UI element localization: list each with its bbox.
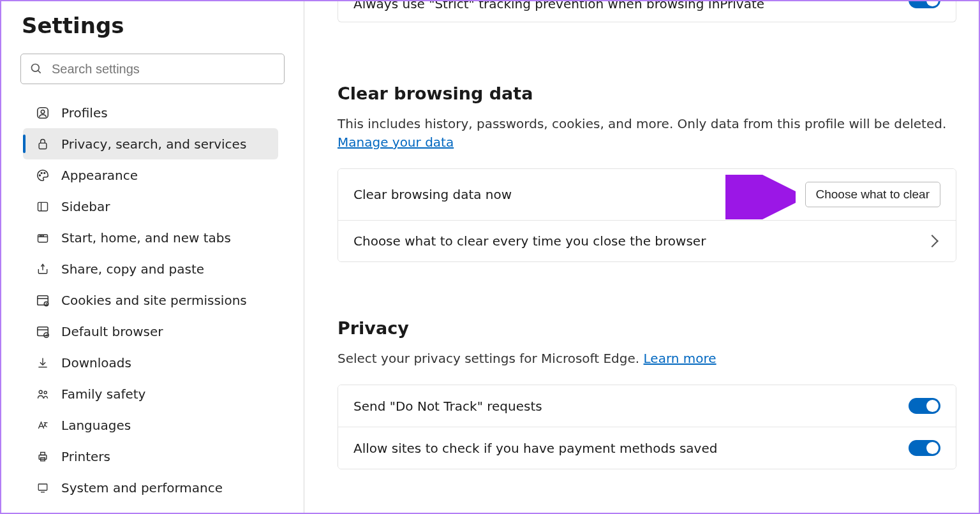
sidebar-item-label: Downloads [61, 355, 131, 371]
sidebar-item-label: Default browser [61, 324, 163, 339]
privacy-section: Privacy Select your privacy settings for… [338, 318, 969, 469]
choose-what-to-clear-button[interactable]: Choose what to clear [805, 182, 941, 207]
sidebar-item-start[interactable]: Start, home, and new tabs [23, 222, 278, 253]
sidebar-item-printers[interactable]: Printers [23, 441, 278, 472]
search-settings-field[interactable] [20, 54, 285, 84]
sidebar-item-label: System and performance [61, 480, 223, 496]
cookies-icon [36, 293, 50, 307]
svg-point-7 [44, 172, 45, 173]
strict-tracking-row[interactable]: Always use "Strict" tracking prevention … [338, 1, 956, 22]
clear-browsing-card: Clear browsing data now Choose what to c… [338, 168, 956, 262]
svg-point-23 [39, 390, 42, 393]
svg-rect-27 [41, 452, 45, 455]
payment-check-row[interactable]: Allow sites to check if you have payment… [338, 427, 956, 469]
settings-sidebar: Settings Profiles Privacy, search, and s… [1, 1, 304, 513]
tabs-icon [36, 231, 50, 245]
sidebar-item-languages[interactable]: Languages [23, 409, 278, 441]
browser-icon [36, 325, 50, 339]
section-desc: Select your privacy settings for Microso… [338, 349, 969, 368]
page-title: Settings [22, 13, 285, 38]
svg-point-12 [41, 235, 42, 236]
sidebar-item-share[interactable]: Share, copy and paste [23, 253, 278, 284]
sidebar-item-label: Printers [61, 449, 110, 464]
sidebar-item-profiles[interactable]: Profiles [23, 97, 278, 128]
section-desc: This includes history, passwords, cookie… [338, 115, 969, 152]
svg-rect-4 [39, 143, 47, 149]
search-input[interactable] [52, 62, 275, 77]
svg-point-11 [40, 235, 40, 236]
svg-point-13 [43, 235, 43, 236]
svg-point-3 [41, 110, 45, 114]
sidebar-item-appearance[interactable]: Appearance [23, 159, 278, 191]
sidebar-item-label: Profiles [61, 105, 108, 121]
sidebar-item-family[interactable]: Family safety [23, 378, 278, 409]
privacy-learn-more-link[interactable]: Learn more [644, 351, 716, 366]
svg-rect-18 [38, 327, 48, 335]
settings-content: Always use "Strict" tracking prevention … [304, 1, 979, 513]
sidebar-item-label: Share, copy and paste [61, 261, 204, 277]
section-title: Clear browsing data [338, 84, 969, 103]
chevron-right-icon [926, 235, 939, 247]
manage-data-link[interactable]: Manage your data [338, 135, 454, 150]
sidebar-item-privacy[interactable]: Privacy, search, and services [23, 128, 278, 159]
sidebar-item-label: Languages [61, 418, 131, 433]
sidebar-item-label: Cookies and site permissions [61, 293, 247, 308]
sidebar-item-cookies[interactable]: Cookies and site permissions [23, 284, 278, 316]
search-icon [30, 62, 43, 75]
profile-icon [36, 106, 50, 120]
svg-rect-8 [38, 202, 48, 210]
svg-point-6 [41, 172, 42, 173]
dnt-row[interactable]: Send "Do Not Track" requests [338, 385, 956, 427]
privacy-card: Send "Do Not Track" requests Allow sites… [338, 385, 956, 469]
clear-browsing-section: Clear browsing data This includes histor… [338, 84, 969, 262]
svg-line-1 [38, 71, 41, 73]
sidebar-item-default-browser[interactable]: Default browser [23, 316, 278, 347]
payment-check-toggle[interactable] [909, 440, 940, 456]
payment-check-label: Allow sites to check if you have payment… [353, 441, 717, 456]
sidebar-item-system[interactable]: System and performance [23, 472, 278, 503]
sidebar-item-sidebar[interactable]: Sidebar [23, 191, 278, 222]
strict-tracking-label: Always use "Strict" tracking prevention … [353, 1, 764, 10]
clear-now-row: Clear browsing data now Choose what to c… [338, 169, 956, 220]
clear-now-label: Clear browsing data now [353, 187, 512, 202]
monitor-icon [36, 481, 50, 495]
svg-point-5 [40, 175, 41, 176]
sidebar-item-label: Privacy, search, and services [61, 136, 246, 152]
sidebar-item-downloads[interactable]: Downloads [23, 347, 278, 378]
clear-on-close-row[interactable]: Choose what to clear every time you clos… [338, 220, 956, 261]
section-title: Privacy [338, 318, 969, 338]
palette-icon [36, 168, 50, 182]
language-icon [36, 418, 50, 432]
sidebar-item-label: Sidebar [61, 199, 110, 214]
family-icon [36, 387, 50, 401]
sidebar-item-label: Family safety [61, 386, 145, 402]
sidebar-item-label: Start, home, and new tabs [61, 230, 231, 246]
svg-rect-26 [39, 455, 47, 459]
dnt-label: Send "Do Not Track" requests [353, 399, 542, 414]
share-icon [36, 262, 50, 276]
svg-point-24 [44, 391, 47, 393]
sidebar-item-label: Appearance [61, 168, 138, 183]
strict-tracking-toggle[interactable] [909, 1, 940, 8]
svg-rect-29 [38, 484, 47, 490]
clear-on-close-label: Choose what to clear every time you clos… [353, 233, 706, 249]
svg-point-0 [32, 64, 40, 72]
dnt-toggle[interactable] [909, 398, 940, 414]
settings-nav: Profiles Privacy, search, and services A… [23, 97, 285, 503]
download-icon [36, 356, 50, 370]
lock-icon [36, 137, 50, 151]
sidebar-icon [36, 200, 50, 214]
printer-icon [36, 450, 50, 464]
